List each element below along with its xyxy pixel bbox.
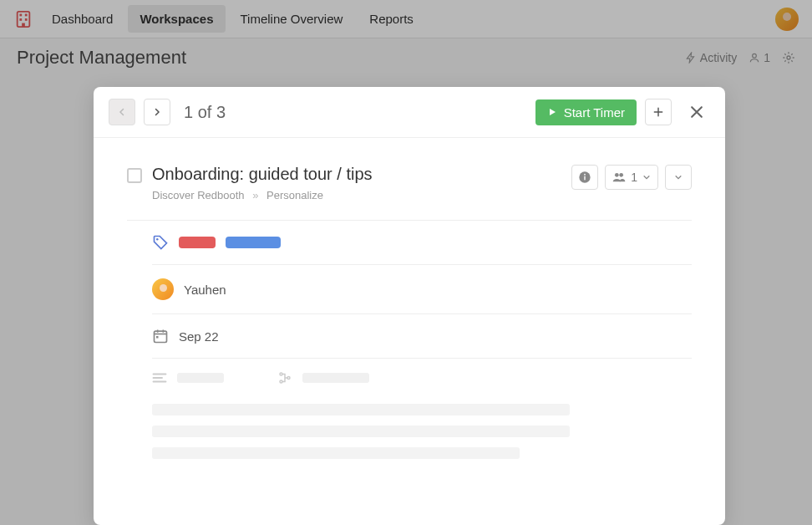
svg-rect-14 bbox=[155, 331, 167, 342]
task-title[interactable]: Onboarding: guided tour / tips bbox=[152, 165, 373, 184]
svg-point-16 bbox=[280, 373, 282, 375]
close-icon bbox=[688, 104, 705, 120]
svg-point-13 bbox=[156, 238, 159, 241]
plus-icon bbox=[652, 106, 664, 118]
followers-button[interactable]: 1 bbox=[605, 165, 658, 190]
next-task-button[interactable] bbox=[144, 99, 170, 125]
svg-point-12 bbox=[620, 173, 624, 177]
people-icon bbox=[612, 171, 626, 183]
svg-point-17 bbox=[280, 380, 282, 383]
assignee-avatar bbox=[152, 278, 174, 300]
due-date-row[interactable]: Sep 22 bbox=[152, 314, 692, 359]
followers-count: 1 bbox=[631, 171, 637, 184]
meta-placeholder-row bbox=[152, 359, 692, 385]
modal-header: 1 of 3 Start Timer bbox=[94, 87, 725, 138]
calendar-icon bbox=[152, 328, 169, 344]
tag-chip-red[interactable] bbox=[179, 237, 216, 248]
svg-rect-15 bbox=[156, 336, 159, 339]
task-modal: 1 of 3 Start Timer Onboarding: guided to… bbox=[94, 87, 725, 525]
assignee-name: Yauhen bbox=[184, 283, 226, 297]
due-date-text: Sep 22 bbox=[179, 329, 219, 344]
subtasks-icon bbox=[277, 370, 292, 385]
svg-point-18 bbox=[287, 377, 290, 380]
chevron-right-icon bbox=[152, 107, 162, 117]
start-timer-label: Start Timer bbox=[564, 105, 625, 120]
prev-task-button[interactable] bbox=[109, 99, 135, 125]
description-placeholder[interactable] bbox=[152, 404, 692, 459]
add-button[interactable] bbox=[645, 99, 672, 125]
breadcrumb-list[interactable]: Personalize bbox=[266, 189, 323, 201]
task-more-button[interactable] bbox=[665, 165, 692, 190]
task-info-button[interactable] bbox=[571, 165, 598, 190]
svg-point-11 bbox=[615, 173, 619, 177]
chevron-left-icon bbox=[117, 107, 127, 117]
tags-row[interactable] bbox=[152, 221, 692, 265]
tag-chip-blue[interactable] bbox=[226, 237, 281, 248]
chevron-down-icon bbox=[674, 173, 683, 181]
tag-icon bbox=[152, 234, 169, 251]
task-complete-checkbox[interactable] bbox=[127, 168, 142, 183]
task-counter: 1 of 3 bbox=[184, 103, 226, 122]
breadcrumb-workspace[interactable]: Discover Redbooth bbox=[152, 189, 245, 201]
svg-point-10 bbox=[584, 174, 586, 176]
close-modal-button[interactable] bbox=[683, 99, 710, 125]
svg-rect-9 bbox=[585, 176, 586, 181]
task-title-row: Onboarding: guided tour / tips Discover … bbox=[127, 165, 692, 201]
assignee-row[interactable]: Yauhen bbox=[152, 265, 692, 314]
play-icon bbox=[547, 107, 557, 117]
task-breadcrumb: Discover Redbooth » Personalize bbox=[152, 189, 373, 201]
align-left-icon bbox=[152, 372, 167, 384]
chevron-down-icon bbox=[642, 173, 651, 181]
info-icon bbox=[578, 171, 591, 184]
breadcrumb-separator: » bbox=[252, 189, 258, 201]
start-timer-button[interactable]: Start Timer bbox=[535, 99, 637, 125]
modal-body: Onboarding: guided tour / tips Discover … bbox=[94, 138, 725, 459]
